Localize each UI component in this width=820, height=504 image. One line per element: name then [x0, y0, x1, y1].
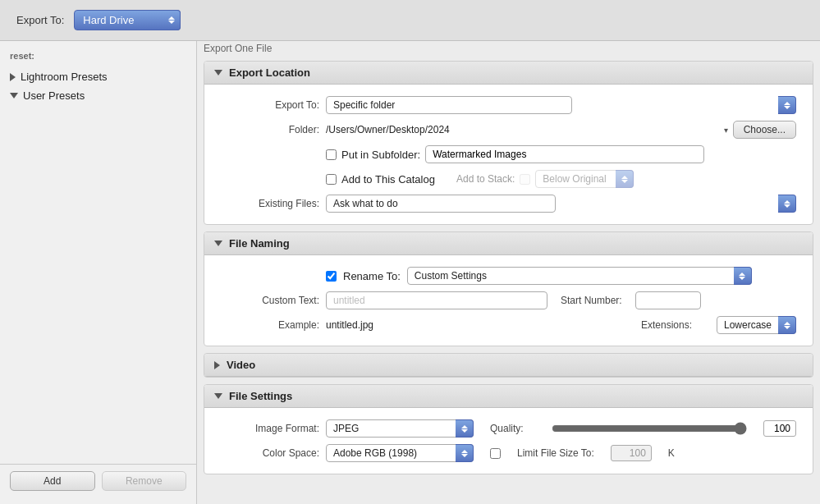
rename-to-row: Rename To: Custom Settings Filename Date…	[204, 263, 813, 288]
existing-files-row: Existing Files: Ask what to do Choose a …	[204, 191, 813, 216]
color-space-row: Color Space: Adobe RGB (1998) sRGB ProPh…	[204, 441, 813, 465]
folder-path-area: /Users/Owner/Desktop/2024 ▾ Choose...	[326, 121, 796, 139]
below-original-select[interactable]: Below Original Above Original	[535, 170, 634, 188]
sidebar-item-user-label: User Presets	[23, 89, 85, 102]
section-file-settings-triangle	[214, 393, 222, 399]
triangle-down-icon	[10, 93, 18, 99]
example-row: Example: untitled.jpg Extensions: Lowerc…	[204, 313, 813, 337]
add-catalog-check-row: Add to This Catalog Add to Stack: Below …	[326, 170, 796, 188]
section-video: Video	[204, 353, 813, 378]
folder-arrow-icon: ▾	[724, 126, 728, 135]
section-file-naming-triangle	[214, 241, 222, 246]
add-to-stack-label: Add to Stack:	[456, 173, 515, 185]
color-space-select-wrapper: Adobe RGB (1998) sRGB ProPhoto RGB	[326, 444, 474, 462]
quality-label: Quality:	[490, 423, 535, 434]
image-format-select-wrapper: JPEG TIFF PNG DNG PSD	[326, 419, 474, 438]
subfolder-input[interactable]	[425, 145, 704, 163]
main-content: reset: Lightroom Presets User Presets Ad…	[0, 41, 820, 504]
add-catalog-row: Add to This Catalog Add to Stack: Below …	[204, 167, 813, 191]
color-space-select[interactable]: Adobe RGB (1998) sRGB ProPhoto RGB	[326, 444, 474, 462]
subfolder-checkbox[interactable]	[326, 149, 337, 160]
rename-to-select-wrapper: Custom Settings Filename Date - Filename…	[407, 267, 752, 285]
sidebar-item-lightroom-presets[interactable]: Lightroom Presets	[0, 67, 196, 86]
limit-file-size-input[interactable]	[611, 445, 652, 461]
color-space-label: Color Space:	[221, 447, 319, 459]
section-export-location-header[interactable]: Export Location	[204, 62, 813, 85]
example-value: untitled.jpg	[326, 319, 373, 331]
section-file-naming-body: Rename To: Custom Settings Filename Date…	[204, 255, 813, 346]
start-number-input[interactable]	[635, 291, 701, 309]
section-file-naming-header[interactable]: File Naming	[204, 232, 813, 255]
section-file-settings-title: File Settings	[229, 390, 292, 402]
example-area: untitled.jpg Extensions: Lowercase Upper…	[326, 316, 796, 334]
section-file-settings-body: Image Format: JPEG TIFF PNG DNG PSD	[204, 408, 813, 474]
remove-button[interactable]: Remove	[102, 471, 187, 491]
image-format-row: Image Format: JPEG TIFF PNG DNG PSD	[204, 416, 813, 441]
export-location-to-label: Export To:	[221, 99, 319, 111]
image-format-label: Image Format:	[221, 423, 319, 434]
image-format-area: JPEG TIFF PNG DNG PSD Quality:	[326, 419, 796, 438]
folder-path-text: /Users/Owner/Desktop/2024	[326, 124, 719, 135]
section-export-location-title: Export Location	[229, 66, 310, 79]
custom-text-area: Start Number:	[326, 291, 796, 309]
top-bar: Export To: Hard Drive Email CD/DVD	[0, 0, 820, 41]
section-file-settings: File Settings Image Format: JPEG TIFF PN…	[204, 384, 813, 474]
below-original-select-wrapper: Below Original Above Original	[535, 170, 634, 188]
export-location-to-arrow	[778, 96, 796, 114]
sidebar-preset-header: reset:	[0, 48, 196, 66]
folder-label: Folder:	[221, 124, 319, 135]
choose-button[interactable]: Choose...	[733, 121, 796, 139]
triangle-right-icon	[10, 73, 16, 81]
section-video-header[interactable]: Video	[204, 354, 813, 377]
existing-files-label: Existing Files:	[221, 198, 319, 209]
section-export-location-triangle	[214, 70, 222, 76]
existing-files-select[interactable]: Ask what to do Choose a new name Overwri…	[326, 195, 556, 213]
quality-value[interactable]	[763, 420, 796, 437]
limit-file-size-label: Limit File Size To:	[517, 447, 594, 459]
custom-text-label: Custom Text:	[221, 295, 319, 306]
section-file-naming-title: File Naming	[229, 237, 290, 250]
add-to-catalog-checkbox[interactable]	[326, 174, 337, 185]
export-to-top-label: Export To:	[16, 14, 64, 26]
rename-to-select[interactable]: Custom Settings Filename Date - Filename…	[407, 267, 752, 285]
rename-to-label: Rename To:	[343, 270, 401, 282]
subfolder-check-row: Put in Subfolder:	[326, 145, 796, 163]
start-number-label: Start Number:	[561, 295, 622, 306]
image-format-select[interactable]: JPEG TIFF PNG DNG PSD	[326, 419, 474, 438]
sidebar-item-lightroom-label: Lightroom Presets	[21, 71, 108, 83]
subfolder-label: Put in Subfolder:	[341, 149, 420, 161]
extensions-label: Extensions:	[641, 319, 692, 331]
export-location-to-row: Export To: Specific folder Same folder a…	[204, 93, 813, 117]
limit-file-size-unit: K	[668, 447, 675, 459]
export-location-to-select[interactable]: Specific folder Same folder as original …	[326, 96, 572, 114]
existing-files-select-wrapper: Ask what to do Choose a new name Overwri…	[326, 195, 796, 213]
export-to-top-select-wrapper: Hard Drive Email CD/DVD	[74, 10, 181, 30]
export-to-top-select[interactable]: Hard Drive Email CD/DVD	[74, 10, 181, 30]
add-to-stack-checkbox[interactable]	[520, 174, 530, 185]
sidebar-section-lightroom: Lightroom Presets User Presets	[0, 66, 196, 107]
add-button[interactable]: Add	[10, 471, 95, 491]
rename-to-checkbox[interactable]	[326, 271, 337, 282]
section-video-triangle	[214, 361, 220, 369]
section-file-settings-header[interactable]: File Settings	[204, 385, 813, 408]
extensions-select[interactable]: Lowercase Uppercase	[717, 316, 796, 334]
limit-file-size-checkbox[interactable]	[490, 448, 501, 459]
add-to-catalog-label: Add to This Catalog	[341, 173, 435, 186]
extensions-select-wrapper: Lowercase Uppercase	[717, 316, 796, 334]
subfolder-row: Put in Subfolder:	[204, 142, 813, 167]
folder-row: Folder: /Users/Owner/Desktop/2024 ▾ Choo…	[204, 117, 813, 142]
rename-to-area: Rename To: Custom Settings Filename Date…	[326, 267, 796, 285]
custom-text-input[interactable]	[326, 291, 547, 309]
example-label: Example:	[221, 319, 319, 331]
sidebar: reset: Lightroom Presets User Presets Ad…	[0, 41, 197, 504]
section-video-title: Video	[227, 359, 255, 371]
section-export-location-body: Export To: Specific folder Same folder a…	[204, 85, 813, 224]
right-panel: Export One File Export Location Export T…	[197, 41, 820, 504]
section-export-location: Export Location Export To: Specific fold…	[204, 61, 813, 225]
custom-text-row: Custom Text: Start Number:	[204, 288, 813, 313]
quality-slider[interactable]	[552, 422, 747, 435]
sidebar-item-user-presets[interactable]: User Presets	[0, 86, 196, 105]
section-file-naming: File Naming Rename To: Custom Settings F…	[204, 231, 813, 346]
existing-files-arrow	[778, 195, 796, 213]
export-location-to-select-wrapper: Specific folder Same folder as original …	[326, 96, 796, 114]
